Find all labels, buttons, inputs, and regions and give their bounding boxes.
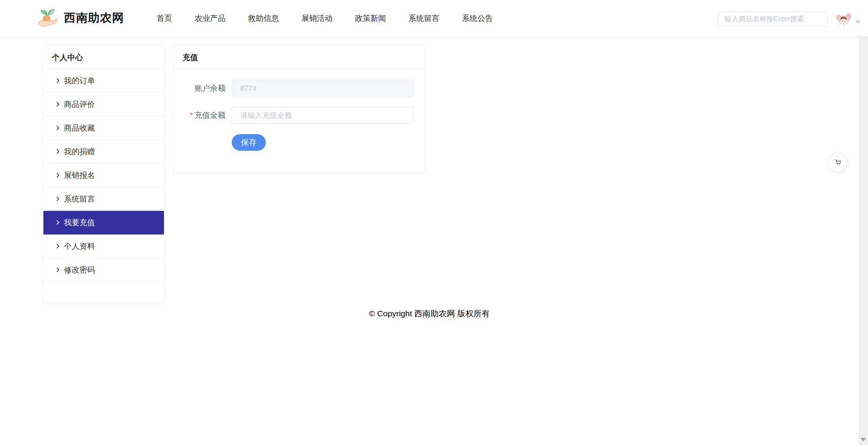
sidebar-item-my-orders[interactable]: 我的订单 bbox=[43, 69, 164, 93]
recharge-form: 账户余额 *充值金额 保存 bbox=[174, 69, 424, 151]
sidebar-item-label: 商品评价 bbox=[64, 99, 95, 110]
page-scrollbar[interactable] bbox=[859, 37, 868, 445]
balance-row: 账户余额 bbox=[174, 80, 424, 97]
chevron-right-icon bbox=[55, 243, 60, 249]
shopping-cart-icon bbox=[834, 158, 843, 167]
sidebar-item-my-donations[interactable]: 我的捐赠 bbox=[43, 140, 164, 164]
chevron-right-icon bbox=[55, 220, 60, 225]
chevron-right-icon bbox=[55, 125, 60, 131]
sidebar-item-exhibition-signup[interactable]: 展销报名 bbox=[43, 164, 164, 187]
sidebar-item-label: 个人资料 bbox=[64, 241, 95, 252]
avatar bbox=[835, 13, 852, 29]
chevron-right-icon bbox=[55, 267, 60, 273]
chevron-right-icon bbox=[55, 78, 60, 83]
nav-item-exhibitions[interactable]: 展销活动 bbox=[301, 13, 332, 24]
recharge-panel: 充值 账户余额 *充值金额 保存 bbox=[173, 45, 425, 173]
sidebar-item-label: 我的捐赠 bbox=[64, 147, 95, 157]
logo-icon bbox=[37, 7, 59, 29]
chevron-right-icon bbox=[55, 149, 60, 154]
sidebar-item-label: 修改密码 bbox=[64, 265, 95, 275]
sidebar-item-profile[interactable]: 个人资料 bbox=[43, 235, 164, 258]
chevron-right-icon bbox=[55, 172, 60, 178]
nav-item-announcements[interactable]: 系统公告 bbox=[462, 13, 493, 24]
scrollbar-down-arrow[interactable] bbox=[861, 438, 866, 442]
brand[interactable]: 西南助农网 bbox=[37, 7, 124, 29]
chevron-down-icon bbox=[854, 17, 862, 25]
amount-input[interactable] bbox=[232, 107, 413, 124]
chevron-right-icon bbox=[55, 102, 60, 107]
search-input[interactable] bbox=[718, 12, 828, 26]
personal-center-sidebar: 个人中心 我的订单 商品评价 商品收藏 我的捐赠 展销报名 系统留言 我要充值 … bbox=[43, 45, 164, 302]
header: 西南助农网 首页 农业产品 救助信息 展销活动 政策新闻 系统留言 系统公告 bbox=[0, 0, 868, 37]
nav-item-home[interactable]: 首页 bbox=[157, 13, 172, 24]
sidebar-title: 个人中心 bbox=[43, 46, 164, 69]
sidebar-item-favorites[interactable]: 商品收藏 bbox=[43, 116, 164, 140]
nav-item-policy-news[interactable]: 政策新闻 bbox=[355, 13, 386, 24]
footer-copyright: © Copyright 西南助农网 版权所有 bbox=[0, 308, 859, 319]
sidebar-item-label: 商品收藏 bbox=[64, 123, 95, 133]
required-asterisk: * bbox=[190, 111, 193, 119]
cart-fab-button[interactable] bbox=[828, 152, 848, 172]
main-nav: 首页 农业产品 救助信息 展销活动 政策新闻 系统留言 系统公告 bbox=[157, 0, 493, 37]
sidebar-item-label: 我的订单 bbox=[64, 76, 95, 86]
sidebar-item-label: 展销报名 bbox=[64, 170, 95, 181]
amount-label: *充值金额 bbox=[174, 110, 232, 121]
sidebar-item-label: 我要充值 bbox=[64, 217, 95, 228]
save-button[interactable]: 保存 bbox=[232, 134, 266, 151]
user-menu[interactable] bbox=[835, 13, 862, 29]
brand-title: 西南助农网 bbox=[64, 10, 124, 26]
amount-label-text: 充值金额 bbox=[195, 111, 226, 119]
balance-input bbox=[232, 80, 413, 97]
recharge-panel-title: 充值 bbox=[174, 46, 424, 69]
nav-item-aid-info[interactable]: 救助信息 bbox=[248, 13, 279, 24]
amount-row: *充值金额 bbox=[174, 107, 424, 124]
sidebar-item-change-password[interactable]: 修改密码 bbox=[43, 258, 164, 282]
sidebar-item-product-reviews[interactable]: 商品评价 bbox=[43, 93, 164, 116]
sidebar-item-messages[interactable]: 系统留言 bbox=[43, 187, 164, 211]
balance-label: 账户余额 bbox=[174, 83, 232, 93]
nav-item-messages[interactable]: 系统留言 bbox=[408, 13, 439, 24]
sidebar-item-label: 系统留言 bbox=[64, 194, 95, 204]
sidebar-item-recharge[interactable]: 我要充值 bbox=[43, 211, 164, 235]
nav-item-products[interactable]: 农业产品 bbox=[195, 13, 226, 24]
chevron-right-icon bbox=[55, 196, 60, 202]
